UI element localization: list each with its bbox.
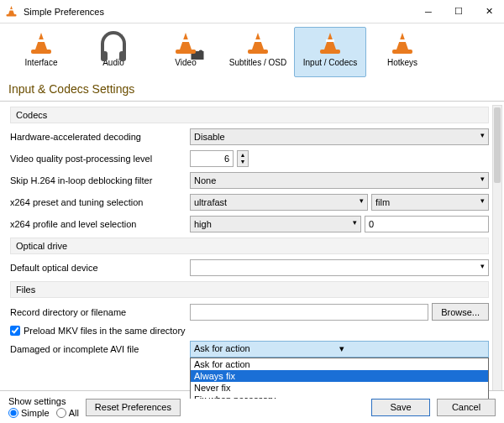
select-optical-device[interactable] bbox=[190, 259, 489, 276]
label-optical-device: Default optical device bbox=[10, 263, 186, 273]
tab-hotkeys[interactable]: Hotkeys bbox=[366, 27, 438, 77]
checkbox-preload-mkv[interactable] bbox=[10, 326, 20, 336]
video-icon bbox=[173, 31, 198, 56]
tab-input-codecs[interactable]: Input / Codecs bbox=[294, 27, 366, 77]
browse-button[interactable]: Browse... bbox=[432, 303, 489, 321]
scrollbar-thumb[interactable] bbox=[494, 107, 501, 183]
settings-panel: Codecs Hardware-accelerated decoding Dis… bbox=[0, 102, 504, 399]
label-hw-decode: Hardware-accelerated decoding bbox=[10, 132, 186, 142]
select-x264-tune[interactable]: film bbox=[371, 194, 489, 211]
select-skip-h264[interactable]: None bbox=[190, 172, 489, 189]
avi-option-when-necessary[interactable]: Fix when necessary bbox=[191, 394, 488, 399]
avi-option-ask[interactable]: Ask for action bbox=[191, 358, 488, 370]
group-files: Files bbox=[10, 281, 489, 298]
input-x264-level[interactable] bbox=[365, 216, 489, 232]
close-button[interactable]: ✕ bbox=[474, 0, 504, 24]
label-post-proc: Video quality post-processing level bbox=[10, 154, 186, 164]
app-icon bbox=[5, 5, 18, 18]
page-title: Input & Codecs Settings bbox=[0, 77, 504, 102]
dropdown-list: Ask for action Always fix Never fix Fix … bbox=[190, 358, 489, 399]
subtitles-icon bbox=[245, 31, 270, 56]
tab-subtitles[interactable]: Subtitles / OSD bbox=[222, 27, 294, 77]
input-codecs-icon bbox=[318, 31, 343, 56]
radio-simple[interactable]: Simple bbox=[8, 408, 50, 418]
select-hw-decode[interactable]: Disable bbox=[190, 128, 489, 145]
interface-icon bbox=[29, 31, 54, 56]
avi-option-always[interactable]: Always fix bbox=[191, 370, 488, 382]
titlebar: Simple Preferences ─ ☐ ✕ bbox=[0, 0, 504, 24]
input-post-proc[interactable] bbox=[190, 150, 234, 167]
scrollbar[interactable] bbox=[492, 105, 502, 395]
tab-interface[interactable]: Interface bbox=[5, 27, 77, 77]
label-skip-h264: Skip H.264 in-loop deblocking filter bbox=[10, 175, 186, 185]
hotkeys-icon bbox=[390, 31, 415, 56]
category-tabs: Interface Audio Video Subtitles / OSD In… bbox=[0, 24, 504, 77]
label-damaged-avi: Damaged or incomplete AVI file bbox=[10, 344, 186, 354]
maximize-button[interactable]: ☐ bbox=[444, 0, 474, 24]
tab-audio[interactable]: Audio bbox=[77, 27, 150, 77]
group-codecs: Codecs bbox=[10, 107, 489, 123]
radio-all[interactable]: All bbox=[56, 408, 79, 418]
tab-video[interactable]: Video bbox=[150, 27, 222, 77]
cancel-button[interactable]: Cancel bbox=[437, 399, 496, 416]
select-x264-preset[interactable]: ultrafast bbox=[190, 194, 368, 211]
input-record-dir[interactable] bbox=[190, 304, 428, 321]
chevron-down-icon: ▾ bbox=[339, 343, 485, 355]
minimize-button[interactable]: ─ bbox=[413, 0, 444, 24]
select-x264-profile[interactable]: high bbox=[190, 216, 361, 232]
spin-post-proc[interactable]: ▲▼ bbox=[237, 150, 249, 167]
label-record-dir: Record directory or filename bbox=[10, 307, 186, 317]
select-damaged-avi[interactable]: Ask for action▾ Ask for action Always fi… bbox=[190, 341, 489, 358]
label-preload-mkv: Preload MKV files in the same directory bbox=[24, 326, 186, 336]
label-show-settings: Show settings bbox=[8, 396, 79, 406]
label-x264-profile: x264 profile and level selection bbox=[10, 219, 186, 229]
group-optical: Optical drive bbox=[10, 238, 489, 254]
label-x264-preset: x264 preset and tuning selection bbox=[10, 197, 186, 207]
audio-icon bbox=[101, 31, 126, 56]
avi-option-never[interactable]: Never fix bbox=[191, 382, 488, 394]
save-button[interactable]: Save bbox=[371, 399, 430, 416]
reset-button[interactable]: Reset Preferences bbox=[86, 399, 181, 416]
window-title: Simple Preferences bbox=[24, 7, 413, 17]
